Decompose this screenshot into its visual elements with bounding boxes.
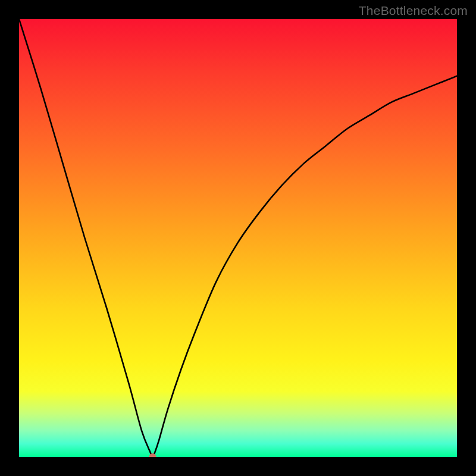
watermark-label: TheBottleneck.com — [359, 4, 468, 18]
line-plot-svg — [19, 19, 457, 457]
minimum-marker — [149, 453, 156, 457]
plot-area — [19, 19, 457, 457]
bottleneck-curve-path — [19, 19, 457, 457]
chart-frame: TheBottleneck.com — [0, 0, 476, 476]
